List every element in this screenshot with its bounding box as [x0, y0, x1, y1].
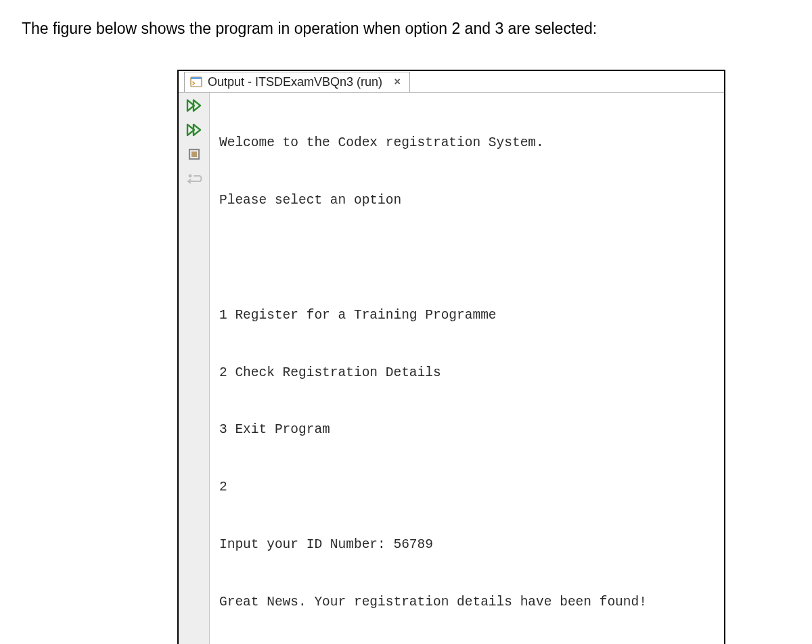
console-line: Input your ID Number: 56789 — [219, 535, 717, 554]
wrap-text-icon[interactable] — [184, 170, 204, 187]
tab-title: Output - ITSDExamVBQn3 (run) — [208, 75, 382, 89]
terminal-icon — [190, 76, 202, 88]
console-line: Please select an option — [219, 191, 717, 210]
console-line: Welcome to the Codex registration System… — [219, 133, 717, 152]
close-icon[interactable]: × — [392, 76, 403, 87]
console-line — [219, 248, 717, 267]
console-line: 2 — [219, 478, 717, 497]
rerun-icon[interactable] — [184, 97, 204, 114]
console-line: 2 Check Registration Details — [219, 363, 717, 382]
stop-icon[interactable] — [184, 145, 204, 163]
console-line: 1 Register for a Training Programme — [219, 306, 717, 325]
rerun-all-icon[interactable] — [184, 121, 204, 139]
svg-point-4 — [188, 174, 191, 177]
ide-body: Welcome to the Codex registration System… — [179, 92, 724, 644]
intro-paragraph: The figure below shows the program in op… — [22, 16, 790, 41]
figure-container: Output - ITSDExamVBQn3 (run) × — [177, 70, 725, 644]
svg-rect-3 — [191, 152, 197, 157]
console-line: Great News. Your registration details ha… — [219, 593, 717, 612]
ide-output-window: Output - ITSDExamVBQn3 (run) × — [177, 70, 725, 644]
console-output: Welcome to the Codex registration System… — [210, 93, 724, 644]
output-toolbar — [179, 93, 210, 644]
output-tab[interactable]: Output - ITSDExamVBQn3 (run) × — [184, 72, 410, 92]
svg-rect-1 — [191, 77, 202, 79]
console-line: 3 Exit Program — [219, 420, 717, 439]
tab-bar: Output - ITSDExamVBQn3 (run) × — [179, 71, 724, 92]
